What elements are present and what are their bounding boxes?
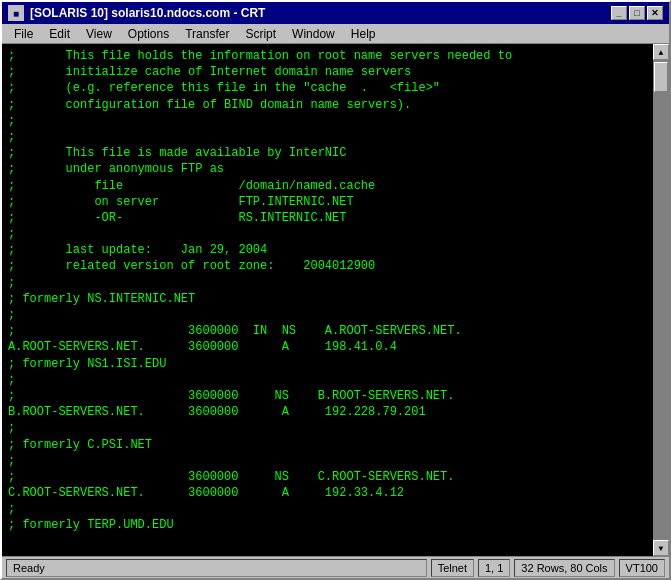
menu-help[interactable]: Help [343, 25, 384, 43]
menu-window[interactable]: Window [284, 25, 343, 43]
status-ready: Ready [6, 559, 427, 577]
menu-file[interactable]: File [6, 25, 41, 43]
status-position: 1, 1 [478, 559, 510, 577]
scroll-up-button[interactable]: ▲ [653, 44, 669, 60]
main-window: ■ [SOLARIS 10] solaris10.ndocs.com - CRT… [0, 0, 671, 580]
menu-bar: File Edit View Options Transfer Script W… [2, 24, 669, 44]
app-icon: ■ [8, 5, 24, 21]
scroll-track[interactable] [653, 60, 669, 540]
maximize-button[interactable]: □ [629, 6, 645, 20]
close-button[interactable]: ✕ [647, 6, 663, 20]
menu-script[interactable]: Script [237, 25, 284, 43]
menu-view[interactable]: View [78, 25, 120, 43]
title-bar: ■ [SOLARIS 10] solaris10.ndocs.com - CRT… [2, 2, 669, 24]
menu-edit[interactable]: Edit [41, 25, 78, 43]
minimize-button[interactable]: _ [611, 6, 627, 20]
scroll-down-button[interactable]: ▼ [653, 540, 669, 556]
status-bar: Ready Telnet 1, 1 32 Rows, 80 Cols VT100 [2, 556, 669, 578]
scroll-thumb[interactable] [654, 62, 668, 92]
status-size: 32 Rows, 80 Cols [514, 559, 614, 577]
scrollbar: ▲ ▼ [653, 44, 669, 556]
terminal-output[interactable]: ; This file holds the information on roo… [2, 44, 653, 556]
menu-options[interactable]: Options [120, 25, 177, 43]
menu-transfer[interactable]: Transfer [177, 25, 237, 43]
window-title: [SOLARIS 10] solaris10.ndocs.com - CRT [30, 6, 265, 20]
main-area: ; This file holds the information on roo… [2, 44, 669, 556]
title-bar-left: ■ [SOLARIS 10] solaris10.ndocs.com - CRT [8, 5, 265, 21]
status-protocol: Telnet [431, 559, 474, 577]
status-terminal-type: VT100 [619, 559, 665, 577]
title-controls: _ □ ✕ [611, 6, 663, 20]
